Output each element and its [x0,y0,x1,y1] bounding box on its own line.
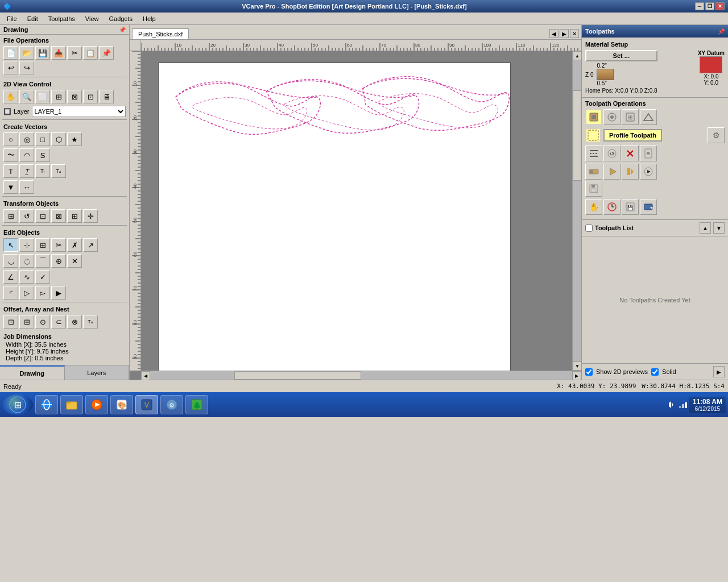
v-scroll-thumb[interactable] [573,90,581,181]
taskbar-ie[interactable] [35,395,58,414]
save-toolpaths-btn[interactable] [585,181,602,197]
node-smooth-btn[interactable]: ∿ [19,270,34,284]
drilling-btn[interactable] [603,109,621,125]
taskbar-mediaplayer[interactable] [85,395,108,414]
taskbar-app7[interactable]: 🌲 [185,395,208,414]
scroll-left-btn[interactable]: ◀ [141,371,150,380]
arrow-right-btn[interactable]: ▷ [19,286,34,300]
offset-small-btn[interactable]: ◡ [3,254,18,268]
redo-btn[interactable]: ↪ [19,61,34,74]
tab-layers[interactable]: Layers [65,365,130,380]
taskbar-gear[interactable]: ⚙ [160,395,183,414]
set-material-btn[interactable]: Set ... [585,50,657,61]
start-button[interactable]: ⊞ [2,394,33,415]
zoom-drawing-btn[interactable]: ⊡ [83,90,98,103]
copy-btn[interactable]: 📋 [83,46,98,60]
layer-select[interactable]: LAYER_1 [32,106,126,117]
clock-btn[interactable] [603,199,621,215]
trim-btn[interactable]: ✂ [51,238,66,252]
cross-btn[interactable]: ✕ [67,254,82,268]
ellipse-btn[interactable]: ◎ [19,132,34,146]
zoom-box-btn[interactable]: ⬜ [35,90,50,103]
nest-btn[interactable]: ⊗ [67,315,82,329]
rotate-btn[interactable]: ↺ [19,209,34,223]
text-btn[interactable]: T [3,164,18,178]
align-btn[interactable]: ⊞ [67,209,82,223]
save-file-btn[interactable]: 💾 [35,46,50,60]
polygon-btn[interactable]: ⬡ [51,132,66,146]
circle-btn[interactable]: ○ [3,132,18,146]
menu-file[interactable]: File [2,14,22,23]
close-button[interactable]: ✕ [715,2,725,10]
canvas-nav-prev[interactable]: ◀ [549,29,559,38]
dimension-btn[interactable]: ↔ [19,180,34,194]
material-viewer-btn[interactable] [585,164,602,180]
paste-btn[interactable]: 📌 [99,46,114,60]
h-scroll-track[interactable] [150,371,572,380]
preview-all-btn[interactable] [622,164,639,180]
boolean-btn[interactable]: ⊕ [51,254,66,268]
drawing-canvas[interactable]: ▲ ▼ [141,51,581,371]
post-process-btn[interactable] [640,199,657,215]
arc-node-btn[interactable]: ◜ [3,286,18,300]
drawing-panel-pin[interactable]: 📌 [119,27,126,33]
select-btn[interactable]: ↖ [3,238,18,252]
canvas-tab-pushsticks[interactable]: Push_Sticks.dxf [132,28,189,39]
text-warp-btn[interactable]: Tₐ [51,164,66,178]
angle-btn[interactable]: ∠ [3,270,18,284]
animate-btn[interactable] [640,164,657,180]
v-scroll-track[interactable] [573,60,581,361]
taskbar-paint[interactable]: 🎨 [110,395,133,414]
arrow-sharp-btn[interactable]: ▻ [35,286,50,300]
save-gcode-btn[interactable]: 💾 [622,199,639,215]
recalculate-btn[interactable]: ↺ [603,146,621,161]
profile-toolpath-settings-btn[interactable]: ⚙ [708,127,725,143]
undo-btn[interactable]: ↩ [3,61,18,74]
arrow-end-btn[interactable]: ▶ [51,286,66,300]
distort-btn[interactable]: ✛ [83,209,98,223]
star-btn[interactable]: ★ [67,132,82,146]
shape-btn[interactable]: ▼ [3,180,18,194]
cut-btn[interactable]: ✂ [67,46,82,60]
edit-passes-btn[interactable] [585,146,602,161]
menu-toolpaths[interactable]: Toolpaths [44,14,80,23]
pan-btn[interactable]: ✋ [3,90,18,103]
restore-button[interactable]: ❐ [705,2,714,10]
solid-checkbox[interactable] [651,368,659,376]
text-outline-btn[interactable]: T̲ [19,164,34,178]
profile-toolpath-icon-btn[interactable] [585,128,601,143]
preview-toolpath-btn[interactable] [603,164,621,180]
canvas-nav-next[interactable]: ▶ [560,29,569,38]
snap-btn[interactable]: ⊞ [35,238,50,252]
check-btn[interactable]: ✓ [35,270,50,284]
show-2d-previews-checkbox[interactable] [585,368,593,376]
preview-btn[interactable]: ▶ [713,366,725,377]
delete-btn[interactable]: ✗ [67,238,82,252]
offset-btn[interactable]: ⊡ [3,315,18,329]
bezier-btn[interactable]: 〜 [3,148,18,162]
taskbar-vcarve[interactable]: V [135,395,158,414]
profile-toolpath-btn[interactable]: Profile Toolpath [603,129,662,142]
text-layout-btn[interactable]: Tₙ [83,315,98,329]
menu-edit[interactable]: Edit [23,14,43,23]
move-btn[interactable]: ⊞ [3,209,18,223]
open-file-btn[interactable]: 📂 [19,46,34,60]
import-btn[interactable]: 📥 [51,46,66,60]
mirror-btn[interactable]: ⊠ [51,209,66,223]
zoom-sel-btn[interactable]: ⊠ [67,90,82,103]
toolpath-list-checkbox[interactable] [585,225,593,232]
array-nest-btn[interactable]: ⊂ [51,315,66,329]
node-edit-btn[interactable]: ⊹ [19,238,34,252]
minimize-button[interactable]: ─ [695,2,704,10]
close-vectors-btn[interactable]: ◌ [19,254,34,268]
rect-btn[interactable]: □ [35,132,50,146]
zoom-in-btn[interactable]: 🔍 [19,90,34,103]
horizontal-scrollbar[interactable]: ◀ ▶ [141,371,581,380]
array-circle-btn[interactable]: ⊙ [35,315,50,329]
toolpath-report-btn[interactable]: ≡ [640,146,657,161]
menu-gadgets[interactable]: Gadgets [104,14,137,23]
scroll-up-btn[interactable]: ▲ [573,51,581,60]
h-scroll-thumb[interactable] [234,371,361,380]
scale-btn[interactable]: ⊡ [35,209,50,223]
spiral-btn[interactable]: S [35,148,50,162]
